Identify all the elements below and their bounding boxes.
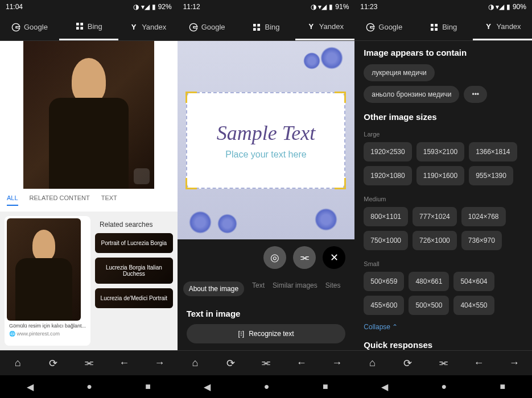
svg-rect-1 bbox=[80, 23, 83, 26]
status-time: 11:23 bbox=[360, 3, 377, 11]
nav-recent-icon[interactable]: ■ bbox=[500, 382, 506, 392]
main-image[interactable] bbox=[23, 41, 154, 189]
related-chip[interactable]: Lucrezia Borgia Italian Duchess bbox=[95, 258, 173, 284]
size-chip[interactable]: 1024×768 bbox=[461, 207, 506, 226]
tab-bing[interactable]: Bing bbox=[414, 14, 473, 40]
subtab-text[interactable]: TEXT bbox=[101, 194, 117, 206]
share-icon[interactable]: ⫘ bbox=[77, 357, 100, 369]
size-chip[interactable]: 1920×2530 bbox=[364, 142, 411, 161]
size-chip[interactable]: 800×1101 bbox=[364, 207, 408, 226]
size-chip[interactable]: 480×661 bbox=[409, 272, 449, 291]
battery-icon: ▮ bbox=[152, 3, 156, 11]
cat-tab-about[interactable]: About the image bbox=[183, 281, 244, 296]
cat-tab-text[interactable]: Text bbox=[252, 281, 265, 296]
contains-chip[interactable]: лукреция медичи bbox=[364, 64, 434, 81]
battery-pct: 90% bbox=[513, 3, 526, 11]
recognize-text-button[interactable]: [⁝] Recognize text bbox=[187, 324, 346, 343]
cat-tab-similar[interactable]: Similar images bbox=[273, 281, 317, 296]
crop-corner-icon[interactable] bbox=[335, 92, 346, 103]
category-tabs: About the image Text Similar images Site… bbox=[178, 276, 355, 302]
reload-icon[interactable]: ⟳ bbox=[219, 357, 242, 370]
size-chip[interactable]: 1593×2100 bbox=[416, 142, 464, 161]
tab-bing[interactable]: Bing bbox=[59, 14, 118, 40]
size-chip[interactable]: 455×600 bbox=[364, 296, 404, 315]
battery-pct: 92% bbox=[158, 3, 172, 11]
subtab-related[interactable]: RELATED CONTENT bbox=[30, 194, 90, 206]
home-icon[interactable]: ⌂ bbox=[184, 357, 207, 369]
nav-back-icon[interactable]: ◀ bbox=[204, 382, 211, 392]
browser-bottom-bar: ⌂ ⟳ ⫘ ← → bbox=[0, 350, 178, 375]
close-button[interactable]: ✕ bbox=[323, 246, 345, 269]
bing-icon bbox=[252, 23, 261, 32]
tab-yandex[interactable]: Y Yandex bbox=[118, 14, 178, 40]
svg-rect-7 bbox=[258, 28, 261, 31]
forward-icon[interactable]: → bbox=[325, 357, 348, 369]
svg-rect-8 bbox=[431, 24, 434, 27]
size-chip[interactable]: 777×1024 bbox=[413, 207, 457, 226]
contains-chip[interactable]: аньоло бронзино медичи bbox=[364, 86, 459, 103]
size-chip[interactable]: 750×1000 bbox=[364, 231, 408, 250]
subtab-all[interactable]: ALL bbox=[7, 194, 18, 206]
related-chip[interactable]: Portrait of Lucrezia Borgia bbox=[95, 233, 173, 253]
size-chip[interactable]: 500×659 bbox=[364, 272, 404, 291]
bing-icon bbox=[430, 23, 439, 32]
share-button[interactable]: ⫘ bbox=[293, 246, 316, 269]
forward-icon[interactable]: → bbox=[503, 357, 526, 369]
tab-yandex[interactable]: Y Yandex bbox=[473, 14, 532, 40]
size-chip[interactable]: 736×970 bbox=[461, 231, 502, 250]
tab-bing[interactable]: Bing bbox=[237, 14, 296, 40]
back-icon[interactable]: ← bbox=[467, 357, 490, 369]
nav-back-icon[interactable]: ◀ bbox=[381, 382, 388, 392]
sizes-title: Other image sizes bbox=[364, 112, 523, 122]
related-chip[interactable]: Lucrezia de'Medici Portrait bbox=[95, 288, 173, 308]
size-chip[interactable]: 504×604 bbox=[453, 272, 494, 291]
nav-home-icon[interactable]: ● bbox=[264, 382, 270, 392]
cat-tab-sites[interactable]: Sites bbox=[325, 281, 341, 296]
nav-home-icon[interactable]: ● bbox=[86, 382, 92, 392]
back-icon[interactable]: ← bbox=[113, 357, 135, 369]
scan-icon: [⁝] bbox=[238, 330, 244, 338]
battery-icon: ▮ bbox=[506, 3, 510, 11]
size-group-label: Small bbox=[364, 260, 523, 267]
share-icon[interactable]: ⫘ bbox=[254, 357, 277, 369]
size-chip[interactable]: 1366×1814 bbox=[469, 142, 517, 161]
nav-recent-icon[interactable]: ■ bbox=[323, 382, 328, 392]
crop-corner-icon[interactable] bbox=[335, 178, 346, 189]
size-chip[interactable]: 1920×1080 bbox=[364, 166, 411, 185]
share-icon[interactable]: ⫘ bbox=[432, 357, 455, 369]
yandex-icon: Y bbox=[484, 22, 493, 31]
home-icon[interactable]: ⌂ bbox=[6, 357, 29, 369]
reload-icon[interactable]: ⟳ bbox=[42, 357, 64, 370]
tab-yandex[interactable]: Y Yandex bbox=[295, 14, 354, 40]
size-chip[interactable]: 1190×1600 bbox=[416, 166, 464, 185]
tab-google[interactable]: Google bbox=[0, 14, 59, 40]
wifi-icon: ◑ ▾◢ bbox=[133, 3, 149, 11]
size-chip[interactable]: 955×1390 bbox=[469, 166, 513, 185]
tab-google[interactable]: Google bbox=[354, 14, 414, 40]
battery-icon: ▮ bbox=[329, 3, 333, 11]
panel-yandex-image: 11:12 ◑ ▾◢ ▮ 91% Google Bing Y Yandex bbox=[178, 0, 355, 398]
forward-icon[interactable]: → bbox=[148, 357, 171, 369]
nav-home-icon[interactable]: ● bbox=[441, 382, 447, 392]
contains-chips: лукреция медичи аньоло бронзино медичи •… bbox=[364, 64, 523, 103]
home-icon[interactable]: ⌂ bbox=[361, 357, 383, 369]
size-chip[interactable]: 500×500 bbox=[409, 296, 449, 315]
more-chip[interactable]: ••• bbox=[464, 86, 487, 103]
status-right: ◑ ▾◢ ▮ 91% bbox=[311, 3, 349, 11]
tab-label: Bing bbox=[88, 22, 102, 31]
crop-corner-icon[interactable] bbox=[185, 178, 197, 189]
crop-corner-icon[interactable] bbox=[185, 92, 197, 103]
nav-recent-icon[interactable]: ■ bbox=[145, 382, 151, 392]
sample-title: Sample Text bbox=[217, 121, 316, 145]
collapse-link[interactable]: Collapse ⌃ bbox=[364, 323, 523, 331]
svg-rect-3 bbox=[80, 27, 83, 30]
nav-back-icon[interactable]: ◀ bbox=[27, 382, 34, 392]
size-chip[interactable]: 726×1000 bbox=[413, 231, 457, 250]
reload-icon[interactable]: ⟳ bbox=[397, 357, 419, 370]
result-card[interactable]: Gömülü resim için kalıcı bağlant... 🌐 ww… bbox=[5, 216, 90, 346]
size-chip[interactable]: 404×550 bbox=[453, 296, 494, 315]
tab-google[interactable]: Google bbox=[178, 14, 237, 40]
back-icon[interactable]: ← bbox=[290, 357, 313, 369]
google-icon bbox=[189, 23, 198, 32]
lens-button[interactable]: ◎ bbox=[263, 246, 286, 269]
